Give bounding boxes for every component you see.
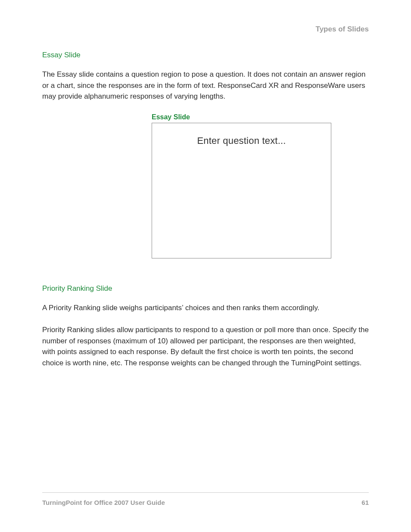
essay-slide-figure: Essay Slide Enter question text... [42, 113, 369, 258]
priority-ranking-paragraph-1: A Priority Ranking slide weighs particip… [42, 302, 369, 314]
essay-slide-heading: Essay Slide [42, 51, 369, 59]
footer-page-number: 61 [361, 499, 369, 506]
essay-slide-description: The Essay slide contains a question regi… [42, 69, 369, 102]
page-section-title: Types of Slides [42, 25, 369, 34]
footer-doc-title: TurningPoint for Office 2007 User Guide [42, 499, 165, 506]
slide-preview-box: Enter question text... [152, 123, 331, 258]
document-page: Types of Slides Essay Slide The Essay sl… [0, 0, 411, 368]
figure-caption: Essay Slide [152, 113, 369, 121]
priority-ranking-paragraph-2: Priority Ranking slides allow participan… [42, 324, 369, 368]
slide-question-placeholder: Enter question text... [152, 135, 331, 146]
page-footer: TurningPoint for Office 2007 User Guide … [42, 492, 369, 506]
priority-ranking-heading: Priority Ranking Slide [42, 284, 369, 293]
